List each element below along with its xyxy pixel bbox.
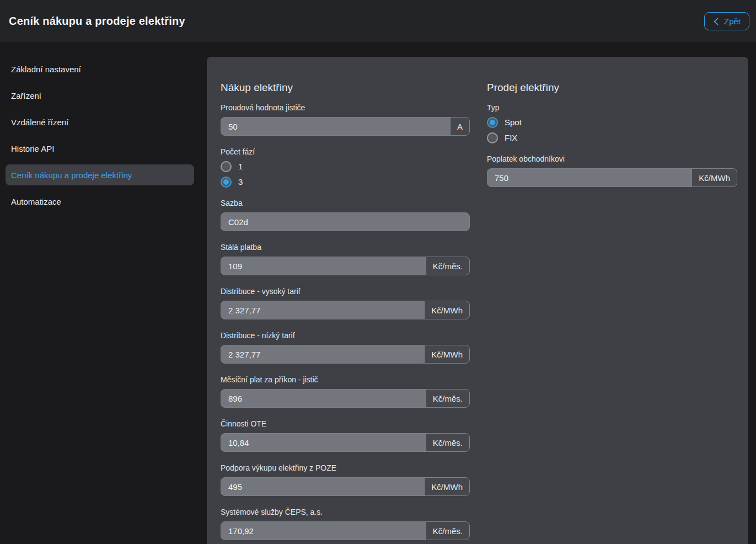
poze-support-label: Podpora výkupu elektřiny z POZE [221, 463, 470, 473]
sidebar-item-cenik-nakupu-a-prodeje[interactable]: Ceník nákupu a prodeje elektřiny [6, 164, 194, 185]
ceps-services-input[interactable] [221, 522, 426, 540]
field-ote-activities: Činnosti OTE Kč/měs. [221, 419, 470, 452]
purchase-section: Nákup elektřiny Proudová hodnota jističe… [221, 82, 470, 544]
chevron-left-icon [713, 18, 719, 25]
poze-support-unit: Kč/MWh [424, 478, 469, 495]
trader-fee-unit: Kč/MWh [691, 169, 737, 186]
ote-activities-input-group: Kč/měs. [221, 433, 470, 452]
distribution-low-label: Distribuce - nízký tarif [221, 330, 470, 340]
monthly-breaker-fee-unit: Kč/měs. [426, 390, 469, 407]
field-distribution-high-tariff: Distribuce - vysoký tarif Kč/MWh [221, 286, 470, 319]
distribution-high-label: Distribuce - vysoký tarif [221, 286, 470, 296]
field-poze-support: Podpora výkupu elektřiny z POZE Kč/MWh [221, 463, 470, 496]
monthly-breaker-fee-input[interactable] [221, 390, 426, 407]
breaker-current-unit: A [450, 118, 469, 135]
purchase-section-title: Nákup elektřiny [221, 82, 470, 94]
field-ceps-services: Systémové služby ČEPS, a.s. Kč/měs. [221, 507, 470, 540]
field-distribution-low-tariff: Distribuce - nízký tarif Kč/MWh [221, 330, 470, 364]
tariff-input-group [221, 212, 470, 231]
radio-unselected-icon[interactable] [221, 161, 232, 172]
sidebar-item-zakladni-nastaveni[interactable]: Základní nastavení [6, 58, 194, 79]
fixed-payment-label: Stálá platba [221, 242, 470, 252]
distribution-low-unit: Kč/MWh [424, 345, 469, 363]
field-breaker-current: Proudová hodnota jističe A [221, 103, 470, 136]
fixed-payment-input-group: Kč/měs. [221, 257, 470, 275]
back-button[interactable]: Zpět [704, 12, 749, 30]
sale-type-fix-label: FIX [505, 132, 517, 143]
radio-selected-icon[interactable] [221, 177, 232, 188]
radio-selected-icon[interactable] [487, 117, 498, 128]
monthly-breaker-fee-label: Měsíční plat za příkon - jistič [221, 375, 470, 385]
field-phase-count: Počet fází 1 3 [221, 147, 470, 188]
sidebar-item-zarizeni[interactable]: Zařízení [6, 85, 194, 106]
sale-section: Prodej elektřiny Typ Spot FIX Poplatek o… [487, 82, 737, 198]
sidebar-item-historie-api[interactable]: Historie API [6, 138, 194, 159]
field-sale-type: Typ Spot FIX [487, 103, 737, 143]
content-layout: Základní nastavení Zařízení Vzdálené říz… [0, 43, 756, 544]
ote-activities-input[interactable] [221, 434, 426, 451]
sale-section-title: Prodej elektřiny [487, 82, 737, 94]
field-trader-fee: Poplatek obchodníkovi Kč/MWh [487, 154, 737, 187]
ceps-services-unit: Kč/měs. [426, 522, 469, 540]
field-fixed-payment: Stálá platba Kč/měs. [221, 242, 470, 275]
back-button-label: Zpět [724, 17, 741, 25]
poze-support-input[interactable] [221, 478, 424, 495]
fixed-payment-input[interactable] [221, 257, 426, 275]
sale-type-spot-label: Spot [505, 117, 522, 128]
ote-activities-unit: Kč/měs. [426, 434, 469, 451]
tariff-input[interactable] [221, 213, 469, 231]
phase-option-1-label: 1 [238, 161, 243, 172]
ceps-services-label: Systémové služby ČEPS, a.s. [221, 507, 470, 517]
distribution-low-input-group: Kč/MWh [221, 345, 470, 364]
trader-fee-input-group: Kč/MWh [487, 168, 737, 187]
distribution-high-unit: Kč/MWh [424, 301, 469, 319]
tariff-label: Sazba [221, 198, 470, 208]
trader-fee-label: Poplatek obchodníkovi [487, 154, 737, 164]
fixed-payment-unit: Kč/měs. [426, 257, 469, 275]
distribution-low-input[interactable] [221, 345, 424, 363]
page-title: Ceník nákupu a prodeje elektřiny [9, 15, 185, 28]
header: Ceník nákupu a prodeje elektřiny Zpět [0, 0, 756, 43]
sale-type-option-spot[interactable]: Spot [487, 117, 737, 128]
poze-support-input-group: Kč/MWh [221, 477, 470, 496]
field-tariff: Sazba [221, 198, 470, 231]
ote-activities-label: Činnosti OTE [221, 419, 470, 429]
breaker-current-input[interactable] [221, 118, 450, 135]
trader-fee-input[interactable] [487, 169, 691, 186]
breaker-current-input-group: A [221, 117, 470, 136]
distribution-high-input[interactable] [221, 301, 424, 319]
phase-option-3[interactable]: 3 [221, 177, 470, 188]
sidebar-item-automatizace[interactable]: Automatizace [6, 191, 194, 212]
radio-unselected-icon[interactable] [487, 132, 498, 143]
field-monthly-breaker-fee: Měsíční plat za příkon - jistič Kč/měs. [221, 375, 470, 408]
settings-panel: Nákup elektřiny Proudová hodnota jističe… [207, 57, 748, 544]
phase-count-label: Počet fází [221, 147, 470, 157]
sidebar-item-vzdalene-rizeni[interactable]: Vzdálené řízení [6, 111, 194, 132]
breaker-current-label: Proudová hodnota jističe [221, 103, 470, 113]
phase-option-1[interactable]: 1 [221, 161, 470, 172]
ceps-services-input-group: Kč/měs. [221, 521, 470, 540]
sale-type-label: Typ [487, 103, 737, 113]
sidebar: Základní nastavení Zařízení Vzdálené říz… [0, 43, 207, 544]
monthly-breaker-fee-input-group: Kč/měs. [221, 389, 470, 408]
sale-type-option-fix[interactable]: FIX [487, 132, 737, 143]
distribution-high-input-group: Kč/MWh [221, 301, 470, 319]
phase-option-3-label: 3 [238, 177, 243, 188]
